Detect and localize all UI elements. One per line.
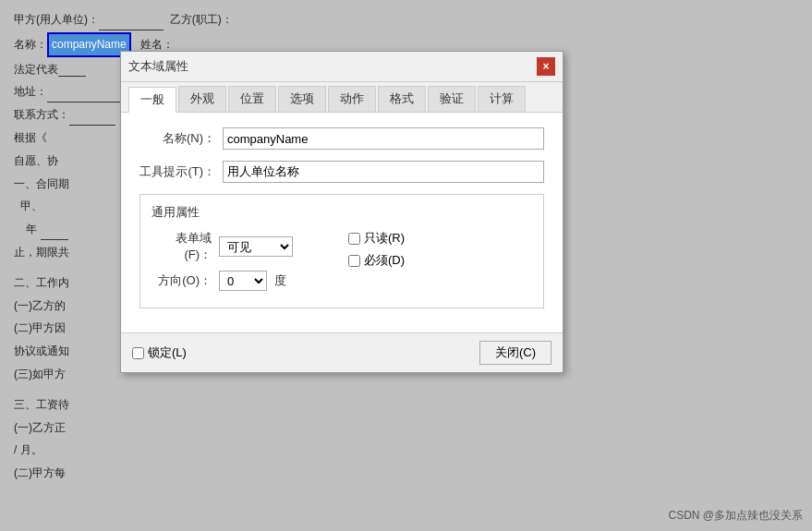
required-checkbox-item[interactable]: 必须(D) [348,252,405,269]
field-visibility-row: 表单域(F)： 可见 隐藏 不打印 [151,230,293,263]
dialog-titlebar: 文本域属性 × [121,52,563,82]
dialog-footer: 锁定(L) 关闭(C) [121,332,563,372]
readonly-checkbox-item[interactable]: 只读(R) [348,230,405,247]
tab-format[interactable]: 格式 [378,86,426,112]
dialog-tabs: 一般 外观 位置 选项 动作 格式 验证 计算 [121,82,563,113]
tab-options[interactable]: 选项 [278,86,326,112]
tooltip-label: 工具提示(T)： [139,163,223,180]
tab-general[interactable]: 一般 [128,87,176,113]
direction-select[interactable]: 0 90 180 270 [219,271,267,291]
tab-actions[interactable]: 动作 [328,86,376,112]
field-visibility-select[interactable]: 可见 隐藏 不打印 [219,236,293,257]
lock-checkbox-item[interactable]: 锁定(L) [132,344,187,361]
tab-appearance[interactable]: 外观 [178,86,226,112]
readonly-label: 只读(R) [364,230,405,247]
dialog-body: 名称(N)： 工具提示(T)： 通用属性 表单域(F)： 可见 隐藏 不打 [121,113,563,332]
watermark: CSDN @多加点辣也没关系 [668,508,803,524]
checkbox-group: 只读(R) 必须(D) [348,230,405,269]
field-label: 表单域(F)： [151,230,212,263]
name-row: 名称(N)： [139,127,544,150]
tab-calculate[interactable]: 计算 [478,86,526,112]
close-button[interactable]: 关闭(C) [479,341,551,365]
name-input[interactable] [223,127,544,150]
footer-left: 锁定(L) [132,344,187,361]
tooltip-input[interactable] [223,161,544,183]
general-attributes-section: 通用属性 表单域(F)： 可见 隐藏 不打印 方向(O)： [139,194,544,308]
party-a-label: 甲方(用人单位)： [14,9,170,30]
required-label: 必须(D) [364,252,405,269]
direction-label: 方向(O)： [151,272,212,289]
name-label: 名称(N)： [139,130,223,147]
dialog-title: 文本域属性 [128,58,188,75]
close-icon[interactable]: × [537,57,555,76]
direction-row: 方向(O)： 0 90 180 270 度 [151,271,293,291]
party-b-label: 乙方(职工)： [170,9,233,30]
direction-unit: 度 [274,272,286,289]
name-label: 名称： [14,34,47,55]
text-field-properties-dialog: 文本域属性 × 一般 外观 位置 选项 动作 格式 验证 计算 名称(N)： 工… [120,51,564,373]
tab-validate[interactable]: 验证 [428,86,476,112]
tooltip-row: 工具提示(T)： [139,161,544,183]
required-checkbox[interactable] [348,255,360,267]
lock-label: 锁定(L) [148,344,187,361]
readonly-checkbox[interactable] [348,233,360,245]
general-attrs-title: 通用属性 [151,204,532,221]
company-name-field[interactable]: companyName [47,32,131,57]
tab-position[interactable]: 位置 [228,86,276,112]
lock-checkbox[interactable] [132,347,144,359]
